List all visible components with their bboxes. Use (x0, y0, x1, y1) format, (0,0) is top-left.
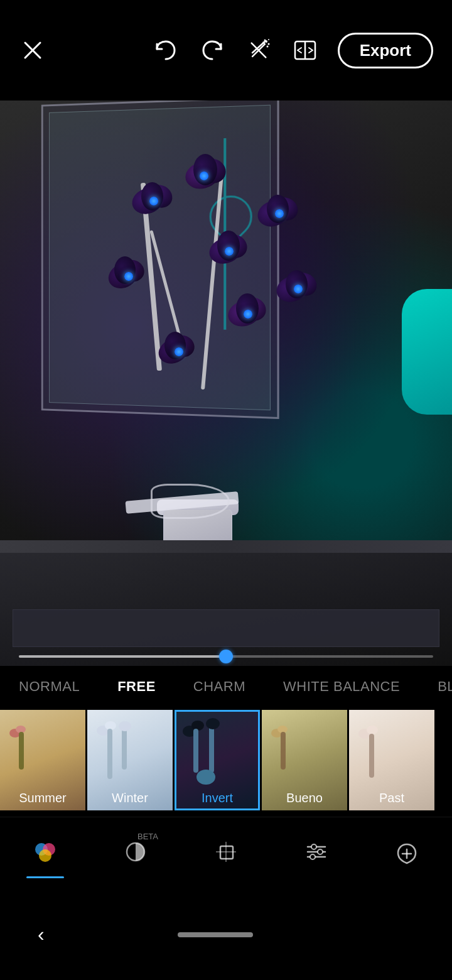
tab-free[interactable]: FREE (99, 669, 175, 704)
pot-ribbon (126, 484, 251, 521)
filter-bueno-label: Bueno (262, 791, 347, 805)
filter-paste[interactable]: Past (349, 710, 434, 810)
color-icon (30, 837, 60, 867)
flower-5 (257, 195, 301, 232)
svg-point-22 (311, 844, 316, 849)
top-bar: Export (0, 0, 452, 101)
slider-thumb[interactable] (219, 650, 233, 663)
filter-invert[interactable]: Invert (175, 710, 260, 810)
filter-summer[interactable]: Summer (0, 710, 85, 810)
tool-heal[interactable] (392, 837, 422, 867)
filter-summer-label: Summer (0, 791, 85, 805)
svg-point-23 (318, 849, 323, 854)
crop-icon (211, 837, 241, 867)
magic-button[interactable] (245, 36, 272, 64)
tool-adjust[interactable] (301, 837, 331, 867)
orchid-image (69, 132, 377, 603)
compare-button[interactable] (291, 36, 319, 64)
top-bar-left (19, 36, 46, 64)
flower-1 (132, 182, 176, 220)
slider-area[interactable] (0, 641, 452, 672)
teal-accent (402, 289, 452, 415)
image-area (0, 101, 452, 666)
bottom-toolbar: BETA (0, 817, 452, 886)
flower-6 (157, 333, 201, 371)
slider-fill (19, 655, 226, 658)
filter-paste-label: Past (349, 791, 434, 805)
filter-winter[interactable]: Winter (87, 710, 173, 810)
filter-winter-label: Winter (87, 791, 173, 805)
filter-bueno[interactable]: Bueno (262, 710, 347, 810)
tool-bw[interactable]: BETA (121, 837, 151, 867)
filter-invert-label: Invert (175, 791, 260, 805)
home-indicator[interactable] (178, 932, 253, 937)
svg-point-14 (39, 849, 51, 862)
stem-2 (201, 170, 223, 389)
nav-area: ‹ (0, 889, 452, 980)
active-indicator (26, 876, 64, 878)
svg-rect-16 (220, 846, 233, 859)
svg-point-8 (267, 43, 269, 45)
beta-badge: BETA (137, 832, 158, 841)
flower-2 (182, 157, 226, 195)
redo-button[interactable] (198, 36, 226, 64)
svg-point-7 (265, 40, 267, 43)
close-button[interactable] (19, 36, 46, 64)
tab-white-balance[interactable]: WHITE BALANCE (264, 669, 419, 704)
filter-strip: Summer Winter Invert (0, 704, 452, 817)
adjust-icon (301, 837, 331, 867)
tool-color[interactable] (30, 837, 60, 867)
back-button[interactable]: ‹ (38, 923, 45, 946)
svg-point-9 (268, 39, 269, 40)
svg-point-24 (310, 854, 315, 859)
filter-thumb-invert (175, 710, 260, 810)
filter-slider[interactable] (19, 655, 433, 658)
flower-4 (207, 232, 251, 270)
flower-7 (226, 295, 270, 333)
heal-icon (392, 837, 422, 867)
export-button[interactable]: Export (338, 33, 433, 68)
tab-normal[interactable]: NORMAL (0, 669, 99, 704)
tab-charm[interactable]: CHARM (175, 669, 264, 704)
tool-crop[interactable] (211, 837, 241, 867)
svg-point-5 (266, 46, 268, 48)
top-bar-icons: Export (152, 33, 433, 68)
bw-icon: BETA (121, 837, 151, 867)
undo-button[interactable] (152, 36, 180, 64)
filter-tabs: NORMAL FREE CHARM WHITE BALANCE BL (0, 669, 452, 704)
flower-8 (276, 270, 320, 308)
tab-bl[interactable]: BL (419, 669, 452, 704)
flower-3 (107, 258, 151, 295)
